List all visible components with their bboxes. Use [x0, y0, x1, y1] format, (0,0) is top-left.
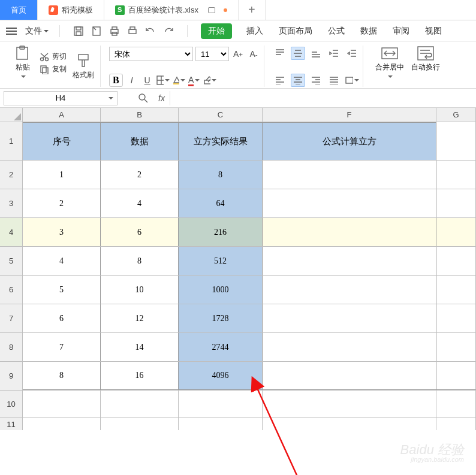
search-icon[interactable]	[138, 93, 149, 104]
hamburger-icon[interactable]	[6, 28, 17, 35]
tab-add[interactable]: +	[239, 0, 266, 20]
bold-button[interactable]: B	[109, 74, 123, 87]
col-header-B[interactable]: B	[101, 108, 179, 122]
cell[interactable]	[263, 276, 436, 304]
cell[interactable]: 2	[23, 189, 101, 217]
row-header[interactable]: 2	[0, 161, 23, 189]
row-header[interactable]: 4	[0, 218, 23, 246]
row-header[interactable]: 9	[0, 362, 23, 390]
file-menu[interactable]: 文件	[23, 26, 51, 37]
cell[interactable]: 4	[23, 247, 101, 275]
tab-home[interactable]: 首页	[0, 0, 38, 20]
ribbon-tab-layout[interactable]: 页面布局	[278, 23, 314, 39]
copy-button[interactable]: 复制	[40, 64, 67, 74]
cell[interactable]	[263, 218, 436, 246]
cell[interactable]: 8	[179, 161, 263, 189]
cell[interactable]: 10	[101, 276, 179, 304]
cell[interactable]	[263, 333, 436, 361]
align-middle-button[interactable]	[291, 47, 305, 60]
font-color-button[interactable]: A	[188, 74, 201, 87]
row-header[interactable]: 8	[0, 333, 23, 361]
cell[interactable]: 数据	[101, 122, 179, 160]
print-preview-icon[interactable]	[91, 26, 102, 37]
col-header-G[interactable]: G	[436, 108, 476, 122]
cell[interactable]	[179, 391, 263, 417]
ribbon-tab-view[interactable]: 视图	[424, 23, 443, 39]
cell[interactable]	[263, 362, 436, 390]
decrease-font-button[interactable]: A-	[247, 47, 260, 60]
name-box[interactable]: H4	[4, 91, 118, 105]
col-header-A[interactable]: A	[23, 108, 101, 122]
cell[interactable]	[263, 161, 436, 189]
cell[interactable]	[436, 189, 476, 217]
ribbon-tab-start[interactable]: 开始	[201, 23, 232, 39]
paste-button[interactable]: 粘贴	[10, 46, 36, 80]
align-bottom-button[interactable]	[309, 47, 323, 60]
cell[interactable]	[263, 247, 436, 275]
row-header[interactable]: 10	[0, 391, 23, 417]
cell[interactable]	[436, 362, 476, 390]
cell[interactable]	[436, 333, 476, 361]
cell[interactable]	[179, 418, 263, 430]
orientation-button[interactable]	[345, 74, 359, 87]
cut-button[interactable]: 剪切	[40, 52, 67, 62]
highlight-button[interactable]	[203, 74, 216, 87]
fill-color-button[interactable]	[172, 74, 185, 87]
cell[interactable]	[436, 161, 476, 189]
tab-templates[interactable]: 稻壳模板	[38, 0, 104, 20]
col-header-F[interactable]: F	[263, 108, 436, 122]
align-center-button[interactable]	[291, 74, 305, 87]
cell[interactable]: 立方实际结果	[179, 122, 263, 160]
fx-label[interactable]: fx	[158, 93, 165, 103]
save-icon[interactable]	[73, 26, 84, 37]
font-name-select[interactable]: 宋体	[109, 47, 193, 61]
row-header[interactable]: 7	[0, 304, 23, 332]
cell[interactable]: 7	[23, 333, 101, 361]
cell[interactable]	[23, 391, 101, 417]
underline-button[interactable]: U	[141, 74, 154, 87]
align-right-button[interactable]	[309, 74, 323, 87]
tab-document[interactable]: 百度经验统计表.xlsx	[104, 0, 239, 20]
redo-icon[interactable]	[163, 26, 174, 37]
cell[interactable]	[263, 391, 436, 417]
wrap-text-button[interactable]: 自动换行	[408, 46, 444, 87]
ribbon-tab-insert[interactable]: 插入	[245, 23, 264, 39]
col-header-C[interactable]: C	[179, 108, 263, 122]
undo-icon[interactable]	[145, 26, 156, 37]
cell[interactable]: 216	[179, 218, 263, 246]
cell[interactable]: 1	[23, 161, 101, 189]
cell[interactable]: 1000	[179, 276, 263, 304]
cell[interactable]: 4	[101, 189, 179, 217]
print-icon[interactable]	[109, 26, 120, 37]
format-painter-button[interactable]: 格式刷	[70, 46, 97, 80]
align-top-button[interactable]	[273, 47, 287, 60]
cell[interactable]: 公式计算立方	[263, 122, 436, 160]
cell[interactable]	[263, 304, 436, 332]
decrease-indent-button[interactable]	[327, 47, 341, 60]
cell[interactable]: 3	[23, 218, 101, 246]
cell[interactable]	[436, 304, 476, 332]
ribbon-tab-data[interactable]: 数据	[359, 23, 378, 39]
cell[interactable]	[263, 418, 436, 430]
formula-input[interactable]	[170, 91, 476, 105]
cell[interactable]: 序号	[23, 122, 101, 160]
cell[interactable]: 64	[179, 189, 263, 217]
italic-button[interactable]: I	[125, 74, 138, 87]
cell[interactable]	[23, 418, 101, 430]
cell[interactable]: 12	[101, 304, 179, 332]
cell[interactable]: 6	[101, 218, 179, 246]
cell[interactable]	[263, 189, 436, 217]
borders-button[interactable]	[156, 74, 170, 87]
increase-font-button[interactable]: A+	[231, 47, 245, 60]
row-header[interactable]: 6	[0, 276, 23, 304]
ribbon-tab-review[interactable]: 审阅	[391, 23, 411, 39]
cell[interactable]	[436, 247, 476, 275]
increase-indent-button[interactable]	[345, 47, 359, 60]
cell[interactable]	[436, 418, 476, 430]
font-size-select[interactable]: 11	[195, 47, 229, 61]
cell[interactable]: 1728	[179, 304, 263, 332]
cell[interactable]	[436, 218, 476, 246]
cell[interactable]: 16	[101, 362, 179, 390]
cell[interactable]	[101, 391, 179, 417]
cell[interactable]: 8	[101, 247, 179, 275]
